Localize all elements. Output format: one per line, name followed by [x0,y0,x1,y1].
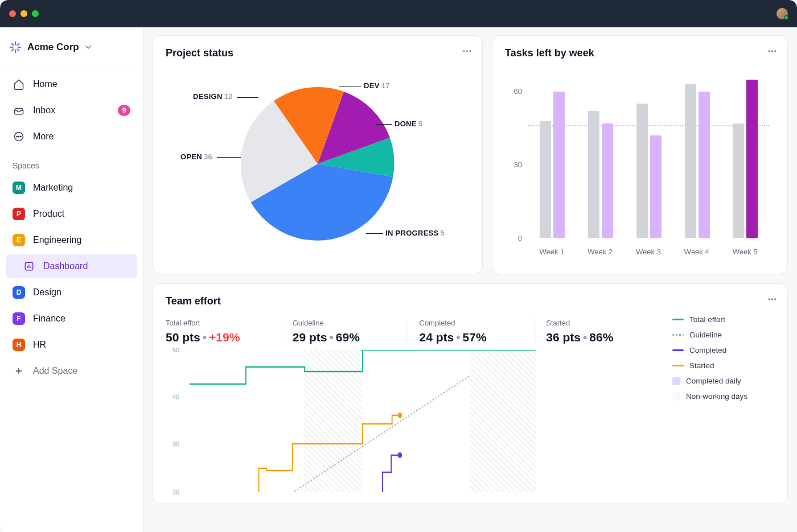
inbox-icon [13,104,25,117]
bar [733,123,744,238]
sidebar: Acme Corp Home Inbox 9 More Spaces M Mar… [0,27,143,532]
add-space-button[interactable]: Add Space [6,359,137,383]
window-controls [9,10,39,17]
card-more-button[interactable]: ··· [768,46,777,56]
pie-label-done: DONE5 [395,119,422,128]
legend-item-started: Started [672,361,775,370]
legend-item-total: Total effort [672,315,775,324]
metric-total-effort: Total effort 50 pts•+19% [166,319,281,344]
workspace-logo-icon [9,41,22,53]
bar [540,121,551,238]
x-label: Week 5 [721,248,769,256]
workspace-name: Acme Corp [27,42,79,53]
sidebar-item-dashboard[interactable]: Dashboard [6,254,137,278]
line-chart: 50 40 30 20 [166,350,661,492]
line-total-effort [190,350,536,384]
bar [699,92,710,238]
space-hr[interactable]: H HR [6,333,137,357]
metric-value: 24 pts [420,331,454,344]
bar [685,84,696,238]
space-label: Design [33,287,61,298]
y-tick: 40 [172,394,179,401]
space-label: Finance [33,314,65,324]
spaces-section-label: Spaces [6,151,137,176]
space-engineering[interactable]: E Engineering [6,228,137,252]
space-label: Product [33,209,64,219]
legend-item-completed: Completed [672,346,775,354]
metric-delta: 57% [463,331,487,344]
space-icon: P [13,208,25,220]
dashboard-icon [23,260,35,273]
nav-label: Inbox [33,105,55,116]
pie-chart: DEV17 DONE5 IN PROGRESS5 DESIGN12 OPEN36 [166,67,470,261]
y-tick: 0 [518,234,522,242]
metric-label: Total effort [166,319,269,327]
card-title: Team effort [166,295,775,307]
x-label: Week 4 [672,248,721,256]
svg-line-7 [17,44,19,46]
line-guideline [268,376,470,492]
metric-completed: Completed 24 pts•57% [408,319,535,344]
content-area: Project status ··· DEV17 DONE5 [143,27,797,532]
space-icon: H [13,339,25,351]
svg-line-6 [12,49,14,51]
y-tick: 50 [172,347,179,353]
legend-item-completed-daily: Completed daily [672,377,775,385]
bar [553,92,565,238]
metric-label: Guideline [293,319,396,327]
pie-label-dev: DEV17 [364,81,390,90]
chevron-down-icon [85,44,92,51]
bar [746,80,758,238]
y-tick: 20 [172,489,179,496]
space-finance[interactable]: F Finance [6,307,137,331]
pie-label-open: OPEN36 [180,152,212,161]
tasks-by-week-card: Tasks left by week ··· 60 30 0 [492,35,788,274]
line-started [259,415,400,492]
legend-item-guideline: Guideline [672,331,775,339]
space-label: Marketing [33,183,73,193]
bar [588,111,599,238]
space-icon: D [13,286,25,299]
nav-label: Home [33,79,57,89]
y-tick: 60 [514,87,522,96]
svg-point-9 [17,136,18,137]
metric-label: Completed [420,319,523,327]
card-title: Tasks left by week [505,47,775,59]
space-marketing[interactable]: M Marketing [6,176,137,200]
close-window-icon[interactable] [9,10,16,17]
metric-value: 36 pts [546,331,581,344]
metric-started: Started 36 pts•86% [534,319,661,344]
card-title: Project status [166,47,470,59]
card-more-button[interactable]: ··· [463,46,472,56]
nav-more[interactable]: More [6,125,137,149]
card-more-button[interactable]: ··· [768,294,777,304]
workspace-switcher[interactable]: Acme Corp [0,36,143,64]
metric-label: Started [546,319,650,327]
space-icon: F [13,312,25,325]
metric-guideline: Guideline 29 pts•69% [281,319,408,344]
space-icon: M [13,182,25,194]
home-icon [13,78,25,90]
space-design[interactable]: D Design [6,281,137,304]
y-tick: 30 [514,160,522,169]
metric-row: Total effort 50 pts•+19% Guideline 29 pt… [166,319,661,344]
space-product[interactable]: P Product [6,202,137,226]
x-label: Week 2 [576,248,625,256]
svg-line-5 [17,49,19,51]
nav-home[interactable]: Home [6,72,137,96]
nav-label: Add Space [33,366,77,376]
minimize-window-icon[interactable] [20,10,27,17]
space-icon: E [13,234,25,246]
y-tick: 30 [172,440,179,447]
metric-value: 29 pts [293,331,327,344]
metric-value: 50 pts [166,331,200,344]
space-label: HR [33,340,46,350]
x-label: Week 3 [625,248,673,256]
nav-inbox[interactable]: Inbox 9 [6,98,137,122]
maximize-window-icon[interactable] [32,10,39,17]
project-status-card: Project status ··· DEV17 DONE5 [153,35,483,274]
user-avatar[interactable] [777,8,788,19]
line-completed-endpoint [398,452,402,458]
line-started-endpoint [398,413,402,418]
bar [602,123,613,238]
